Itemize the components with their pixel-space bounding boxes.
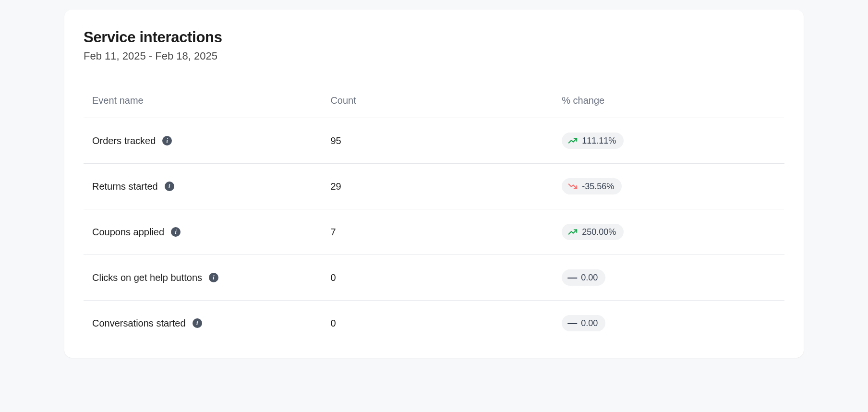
change-badge: 111.11% bbox=[562, 133, 624, 149]
count-cell: 95 bbox=[322, 118, 553, 164]
change-badge: —0.00 bbox=[562, 269, 605, 286]
header-change: % change bbox=[553, 87, 784, 118]
change-value: 250.00% bbox=[582, 227, 616, 237]
info-icon[interactable]: i bbox=[171, 227, 181, 237]
events-table: Event name Count % change Orders tracked… bbox=[84, 87, 784, 346]
table-row: Returns startedi29-35.56% bbox=[84, 164, 784, 209]
change-badge: —0.00 bbox=[562, 315, 605, 331]
change-value: 0.00 bbox=[581, 318, 598, 328]
count-cell: 0 bbox=[322, 255, 553, 301]
service-interactions-card: Service interactions Feb 11, 2025 - Feb … bbox=[64, 10, 804, 358]
info-icon[interactable]: i bbox=[193, 318, 202, 328]
count-cell: 7 bbox=[322, 209, 553, 255]
trend-up-icon bbox=[567, 135, 578, 146]
event-cell: Conversations startedi bbox=[84, 301, 322, 346]
card-title: Service interactions bbox=[84, 29, 784, 46]
event-label: Returns started bbox=[92, 181, 158, 192]
event-cell: Coupons appliedi bbox=[84, 209, 322, 255]
table-row: Orders trackedi95111.11% bbox=[84, 118, 784, 164]
change-badge: -35.56% bbox=[562, 178, 622, 194]
event-cell: Clicks on get help buttonsi bbox=[84, 255, 322, 301]
change-cell: —0.00 bbox=[553, 301, 784, 346]
event-label: Clicks on get help buttons bbox=[92, 272, 202, 283]
info-icon[interactable]: i bbox=[165, 182, 174, 191]
table-row: Clicks on get help buttonsi0—0.00 bbox=[84, 255, 784, 301]
count-cell: 29 bbox=[322, 164, 553, 209]
change-cell: 250.00% bbox=[553, 209, 784, 255]
event-label: Conversations started bbox=[92, 318, 186, 329]
info-icon[interactable]: i bbox=[209, 273, 218, 282]
count-cell: 0 bbox=[322, 301, 553, 346]
trend-up-icon bbox=[567, 227, 578, 237]
change-value: -35.56% bbox=[582, 182, 614, 192]
change-value: 0.00 bbox=[581, 273, 598, 283]
trend-flat-icon: — bbox=[567, 272, 577, 283]
event-label: Orders tracked bbox=[92, 135, 156, 146]
table-row: Conversations startedi0—0.00 bbox=[84, 301, 784, 346]
change-cell: —0.00 bbox=[553, 255, 784, 301]
table-row: Coupons appliedi7250.00% bbox=[84, 209, 784, 255]
change-cell: -35.56% bbox=[553, 164, 784, 209]
info-icon[interactable]: i bbox=[162, 136, 172, 145]
trend-flat-icon: — bbox=[567, 318, 577, 328]
change-value: 111.11% bbox=[582, 136, 616, 146]
header-event: Event name bbox=[84, 87, 322, 118]
event-cell: Orders trackedi bbox=[84, 118, 322, 164]
header-count: Count bbox=[322, 87, 553, 118]
event-label: Coupons applied bbox=[92, 227, 164, 238]
card-date-range: Feb 11, 2025 - Feb 18, 2025 bbox=[84, 50, 784, 62]
change-cell: 111.11% bbox=[553, 118, 784, 164]
change-badge: 250.00% bbox=[562, 224, 624, 240]
trend-down-icon bbox=[567, 181, 578, 192]
event-cell: Returns startedi bbox=[84, 164, 322, 209]
